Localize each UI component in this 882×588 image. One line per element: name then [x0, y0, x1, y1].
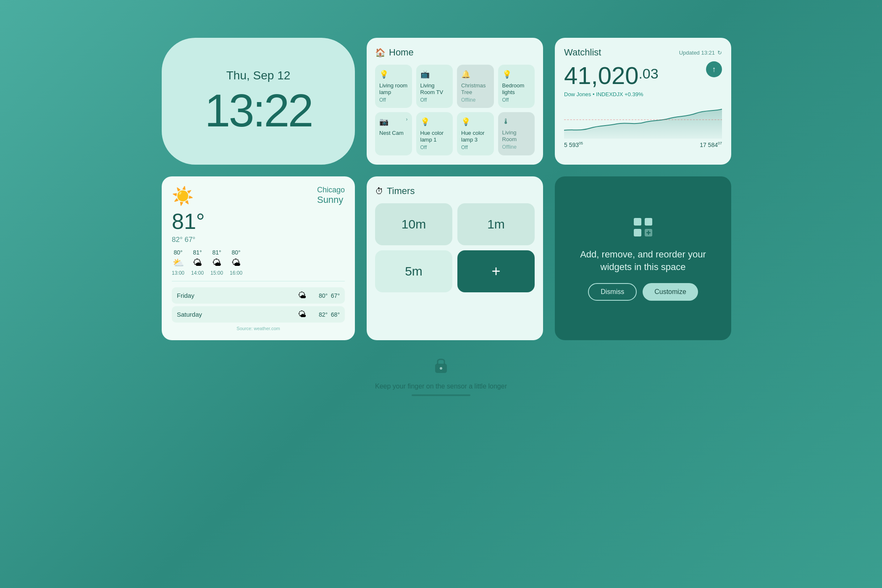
watchlist-title: Watchlist [564, 47, 601, 58]
tree-icon: 🔔 [461, 70, 490, 79]
device-name: Living Room TV [420, 82, 449, 95]
hourly-temp: 81° [212, 249, 221, 256]
hourly-item: 80° ⛅ 13:00 [172, 249, 184, 276]
daily-friday: Friday 🌤 80° 67° [172, 287, 345, 304]
device-status: Off [420, 144, 449, 150]
clock-date: Thu, Sep 12 [226, 69, 291, 82]
device-living-tv[interactable]: 📺 Living Room TV Off [416, 65, 453, 108]
updated-text: Updated 13:21 [679, 50, 715, 56]
device-bedroom-lights[interactable]: 💡 Bedroom lights Off [498, 65, 535, 108]
hourly-temp: 80° [232, 249, 241, 256]
device-name: Bedroom lights [502, 82, 531, 95]
weather-city: Chicago [317, 186, 345, 194]
device-christmas-tree[interactable]: 🔔 Christmas Tree Offline [457, 65, 494, 108]
promo-buttons: Dismiss Customize [588, 283, 698, 301]
hourly-item: 81° 🌤 14:00 [191, 249, 204, 276]
weather-temp: 81° [172, 209, 345, 234]
device-status: Off [461, 144, 490, 150]
clock-time: 13:22 [205, 87, 312, 134]
device-hue1[interactable]: 💡 Hue color lamp 1 Off [416, 112, 453, 155]
device-grid: 💡 Living room lamp Off 📺 Living Room TV … [375, 65, 535, 155]
hourly-temp: 80° [173, 249, 182, 256]
dismiss-button[interactable]: Dismiss [588, 283, 637, 301]
device-name: Nest Cam [379, 130, 408, 136]
device-living-room[interactable]: 🌡 Living Room Offline › [498, 112, 535, 155]
footer-val-1: 5 59305 [564, 141, 583, 148]
customize-button[interactable]: Customize [643, 283, 698, 301]
device-name: Hue color lamp 1 [420, 130, 449, 143]
watchlist-chart [564, 101, 722, 139]
lock-bar [412, 394, 470, 396]
day-temps: 80° 67° [306, 292, 340, 299]
widgets-promo: Add, remove, and reorder your widgets in… [555, 176, 731, 340]
footer-val-2: 17 58407 [700, 141, 722, 148]
hourly-time: 14:00 [191, 270, 204, 276]
hourly-temp: 81° [193, 249, 202, 256]
device-status: Off [502, 97, 531, 103]
day-name: Saturday [177, 311, 298, 318]
hourly-item: 81° 🌤 15:00 [210, 249, 223, 276]
value-main: 41,020 [564, 61, 638, 89]
hourly-time: 13:00 [172, 270, 184, 276]
device-status: Off [379, 97, 408, 103]
home-icon: 🏠 [375, 47, 386, 58]
hourly-icon: 🌤 [193, 257, 202, 268]
hourly-icon: ⛅ [173, 257, 184, 268]
watchlist-header: Watchlist Updated 13:21 ↻ [564, 47, 722, 58]
refresh-icon[interactable]: ↻ [717, 50, 722, 56]
home-widget: 🏠 Home 💡 Living room lamp Off 📺 Living R… [367, 38, 543, 165]
hue3-icon: 💡 [461, 117, 490, 126]
device-name: Living Room [502, 129, 531, 142]
timer-header-icon: ⏱ [375, 186, 383, 196]
clock-widget: Thu, Sep 12 13:22 [162, 38, 355, 165]
timer-5m[interactable]: 5m [375, 250, 452, 292]
lock-hint: Keep your finger on the sensor a little … [375, 383, 507, 390]
chevron-icon: › [406, 116, 408, 122]
timers-grid: 10m 1m 5m + [375, 203, 535, 292]
timer-value: 1m [487, 217, 505, 231]
timers-widget: ⏱ Timers 10m 1m 5m + [367, 176, 543, 340]
device-hue3[interactable]: 💡 Hue color lamp 3 Off [457, 112, 494, 155]
device-name: Living room lamp [379, 82, 408, 95]
svg-rect-2 [645, 218, 652, 226]
svg-rect-1 [634, 218, 641, 226]
weather-range: 82° 67° [172, 236, 345, 244]
add-icon: + [491, 262, 500, 280]
weather-source: Source: weather.com [172, 326, 345, 331]
lock-icon [433, 355, 449, 378]
device-name: Hue color lamp 3 [461, 130, 490, 143]
weather-hourly: 80° ⛅ 13:00 81° 🌤 14:00 81° 🌤 15:00 80° … [172, 249, 345, 281]
lamp-icon: 💡 [379, 70, 408, 79]
day-name: Friday [177, 292, 298, 299]
day-icon: 🌤 [298, 291, 306, 300]
hourly-item: 80° 🌤 16:00 [230, 249, 242, 276]
device-status: Off [420, 97, 449, 103]
watchlist-updated: Updated 13:21 ↻ [679, 50, 722, 56]
timer-value: 5m [405, 264, 423, 278]
home-title: Home [389, 47, 414, 58]
device-nest-cam[interactable]: › 📷 Nest Cam [375, 112, 412, 155]
sun-icon: ☀️ [172, 186, 194, 206]
timers-header: ⏱ Timers [375, 186, 535, 197]
hourly-time: 16:00 [230, 270, 242, 276]
svg-rect-3 [634, 229, 641, 236]
timer-value: 10m [402, 217, 426, 231]
hourly-icon: 🌤 [212, 257, 221, 268]
device-status: Offline [461, 97, 490, 103]
timer-add-button[interactable]: + [457, 250, 535, 292]
watchlist-value: 41,020.03 [564, 61, 659, 89]
timer-10m[interactable]: 10m [375, 203, 452, 245]
hourly-time: 15:00 [210, 270, 223, 276]
watchlist-arrow-button[interactable]: ↑ [706, 61, 722, 77]
weather-top: ☀️ Chicago Sunny [172, 186, 345, 206]
lock-section: Keep your finger on the sensor a little … [375, 355, 507, 396]
watchlist-widget: Watchlist Updated 13:21 ↻ 41,020.03 ↑ Do… [555, 38, 731, 165]
timer-1m[interactable]: 1m [457, 203, 535, 245]
value-decimal: .03 [638, 66, 658, 82]
camera-icon: 📷 [379, 117, 408, 126]
day-temps: 82° 68° [306, 311, 340, 318]
weather-daily: Friday 🌤 80° 67° Saturday 🌤 82° 68° [172, 287, 345, 323]
device-living-lamp[interactable]: 💡 Living room lamp Off [375, 65, 412, 108]
promo-text: Add, remove, and reorder your widgets in… [567, 248, 719, 274]
timers-title: Timers [387, 186, 415, 197]
